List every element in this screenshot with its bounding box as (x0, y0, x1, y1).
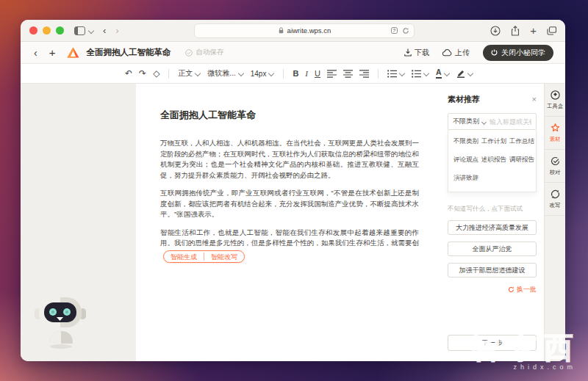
zoom-window-button[interactable] (56, 26, 64, 35)
app-back-icon[interactable]: ‹ (34, 47, 37, 59)
chevron-down-icon[interactable] (88, 28, 94, 34)
category-option[interactable]: 工作总结 (509, 137, 534, 146)
category-option[interactable]: 述职报告 (481, 156, 506, 164)
doc-paragraph[interactable]: 互联网拥抱传统产业，即产业互联网或者行业互联网，“不管是在技术创新上还是制度创新… (160, 188, 419, 220)
toolbox-icon (551, 90, 560, 100)
font-color-icon: A (436, 68, 442, 79)
chevron-down-icon (467, 70, 473, 76)
download-button[interactable]: 下载 (404, 48, 429, 58)
tab-overview-icon[interactable] (547, 26, 556, 35)
category-option[interactable]: 评论观点 (453, 156, 478, 164)
power-icon (491, 49, 498, 56)
ai-inline-toolbar: 智能生成 智能改写 (163, 250, 245, 263)
document-page[interactable]: 全面拥抱人工智能革命 万物互联，人和人相连、人和机器相连。在当代社会，互联网更是… (136, 84, 440, 361)
ai-rewrite-button[interactable]: 智能改写 (204, 251, 244, 263)
rail-item-material[interactable]: 素材 (545, 117, 565, 150)
robot-mascot[interactable] (29, 288, 97, 349)
minimize-window-button[interactable] (43, 26, 51, 35)
sidebar-toggle-icon[interactable] (74, 26, 85, 35)
topic-suggestion-button[interactable]: 加强干部思想道德建设 (448, 263, 537, 277)
category-filter-select[interactable]: 不限类别 (453, 117, 486, 126)
format-toolbar: ↶ ↷ ◇ 正文 微软雅... 14px B I U (21, 64, 565, 84)
numbered-list-icon (412, 70, 421, 78)
browser-forward-icon[interactable]: › (115, 25, 118, 36)
category-dropdown: 不限类别 工作计划 工作总结 评论观点 述职报告 调研报告 演讲致辞 (448, 130, 537, 192)
close-assistant-button[interactable]: 关闭小秘同学 (483, 45, 553, 61)
material-recommend-panel: 素材推荐 × 不限类别 不限类别 工作计划 工作总结 评论观点 述职报告 调研报… (440, 84, 544, 361)
topic-suggestion-button[interactable]: 全面从严治党 (448, 242, 537, 256)
bold-button[interactable]: B (293, 69, 298, 78)
align-left-icon[interactable] (327, 70, 337, 78)
ai-generate-button[interactable]: 智能生成 (164, 251, 204, 263)
highlight-button[interactable] (456, 69, 473, 78)
browser-chrome: ‹ › aiwrite.wps.cn (21, 20, 565, 42)
underline-button[interactable]: U (315, 69, 320, 78)
font-size-select[interactable]: 14px (251, 70, 275, 78)
autosave-status: 自动保存 (185, 48, 223, 57)
proofread-icon (551, 156, 560, 166)
document-title[interactable]: 全面拥抱人工智能革命 (86, 47, 171, 58)
reload-icon[interactable] (402, 27, 409, 35)
category-option[interactable]: 调研报告 (509, 156, 534, 164)
rail-item-rewrite[interactable]: 改写 (545, 183, 565, 216)
suggestion-hint: 不知道写什么，点下面试试 (448, 205, 537, 214)
redo-icon[interactable]: ↷ (139, 68, 146, 79)
doc-heading[interactable]: 全面拥抱人工智能革命 (160, 109, 419, 122)
close-window-button[interactable] (29, 26, 37, 35)
next-step-button[interactable]: 下一步 (448, 335, 537, 351)
panel-title: 素材推荐 (448, 94, 480, 105)
rail-item-toolbox[interactable]: 工具盒 (545, 84, 565, 117)
download-icon (404, 48, 412, 57)
align-center-icon[interactable] (343, 70, 353, 78)
upload-button[interactable]: 上传 (442, 48, 470, 58)
cloud-icon (442, 49, 452, 57)
browser-back-icon[interactable]: ‹ (103, 25, 106, 36)
clear-format-icon[interactable]: ◇ (153, 68, 159, 79)
highlight-pen-icon (456, 69, 465, 78)
content-area: 全面拥抱人工智能革命 万物互联，人和人相连、人和机器相连。在当代社会，互联网更是… (21, 84, 565, 361)
undo-icon[interactable]: ↶ (125, 68, 132, 79)
new-tab-icon[interactable]: + (530, 25, 537, 36)
paragraph-style-select[interactable]: 正文 (178, 68, 201, 79)
downloads-icon[interactable] (490, 26, 501, 36)
bullet-list-icon (387, 70, 397, 78)
check-circle-icon (185, 49, 193, 57)
font-family-select[interactable]: 微软雅... (207, 68, 243, 79)
bullet-list-button[interactable] (387, 70, 405, 78)
browser-window: ‹ › aiwrite.wps.cn (21, 20, 565, 361)
watermark-domain: zhidx.com (470, 363, 576, 371)
category-option[interactable]: 演讲致辞 (453, 174, 478, 183)
refresh-batch-button[interactable]: 换一批 (448, 285, 537, 294)
category-option[interactable]: 工作计划 (481, 137, 506, 146)
chevron-down-icon (481, 120, 486, 124)
refresh-icon (508, 286, 514, 293)
align-right-icon[interactable] (359, 70, 369, 78)
italic-button[interactable]: I (305, 69, 308, 78)
translate-icon[interactable] (391, 27, 398, 34)
category-option[interactable]: 不限类别 (453, 137, 478, 146)
desktop-background: { "browser": { "url": "aiwrite.wps.cn" }… (0, 0, 588, 381)
chevron-down-icon (399, 70, 405, 76)
chevron-down-icon (238, 70, 244, 76)
close-icon[interactable]: × (532, 95, 537, 104)
rail-item-proofread[interactable]: 校对 (545, 150, 565, 183)
wps-logo-icon (67, 47, 79, 58)
chevron-down-icon (195, 70, 201, 76)
doc-paragraph[interactable]: 万物互联，人和人相连、人和机器相连。在当代社会，互联网更是人类社会发展到一定阶段… (160, 138, 419, 181)
numbered-list-button[interactable] (412, 70, 429, 78)
url-text: aiwrite.wps.cn (287, 26, 331, 35)
traffic-lights (29, 26, 64, 35)
chevron-down-icon (444, 70, 450, 76)
address-bar[interactable]: aiwrite.wps.cn (194, 23, 415, 38)
share-icon[interactable] (511, 26, 520, 36)
new-document-icon[interactable]: + (49, 46, 56, 59)
chevron-down-icon (268, 70, 274, 76)
doc-paragraph[interactable]: 智能生活和工作，也就是人工智能，智能在我们生存和发展中起着越来越重要的作用。我们… (160, 228, 419, 264)
tool-rail: 工具盒 素材 校对 (544, 84, 565, 361)
topic-suggestion-button[interactable]: 大力推进经济高质量发展 (448, 220, 537, 235)
chevron-down-icon (423, 70, 429, 76)
material-icon (551, 123, 560, 133)
material-search-input[interactable] (490, 118, 531, 126)
font-color-button[interactable]: A (436, 68, 450, 79)
material-search-box[interactable]: 不限类别 (448, 113, 537, 130)
